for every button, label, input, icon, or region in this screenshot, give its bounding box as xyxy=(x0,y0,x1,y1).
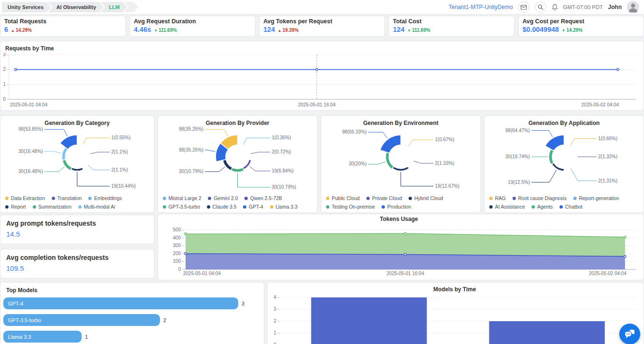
legend-item-public-cloud[interactable]: Public Cloud xyxy=(326,195,360,202)
trend-up-icon: ▲ xyxy=(11,29,15,33)
tokens-usage-card: Tokens Usage01002003004005002025-05-01 0… xyxy=(158,214,644,280)
legend-dot xyxy=(270,205,273,209)
svg-text:0: 0 xyxy=(178,267,181,272)
legend-item-summarization[interactable]: Summarization xyxy=(33,203,72,210)
legend-item-hybrid-cloud[interactable]: Hybrid Cloud xyxy=(409,195,443,202)
donut-legend: Public CloudPrivate CloudHybrid CloudTes… xyxy=(321,194,480,210)
top-model-bar[interactable]: GPT-3.5-turbo xyxy=(3,314,160,326)
donut-segment-label: 2(1.1%) xyxy=(112,167,128,172)
legend-item-report[interactable]: Report xyxy=(5,203,26,210)
top-nav: Unity ServicesAI ObservabilityLLM Tenant… xyxy=(0,0,644,15)
svg-text:2025-05-02 04:04: 2025-05-02 04:04 xyxy=(589,271,626,276)
user-name: John xyxy=(608,4,622,10)
chat-fab-button[interactable] xyxy=(619,324,640,344)
donut-segment-label: 30(10.79%) xyxy=(179,169,204,174)
search-icon[interactable] xyxy=(535,1,546,13)
legend-item-multi-modal-ai[interactable]: Multi-modal Ai xyxy=(78,203,115,210)
donut-legend: Mistral Large 2Gemini 2.0Qwen 2.5-72BGPT… xyxy=(158,194,317,210)
legend-item-gemini-2-0[interactable]: Gemini 2.0 xyxy=(208,195,238,202)
legend-item-embeddings[interactable]: Embeddings xyxy=(88,195,121,202)
legend-item-claude-3-5[interactable]: Claude 3.5 xyxy=(207,203,237,210)
requests-data-point[interactable] xyxy=(316,68,318,71)
svg-text:400: 400 xyxy=(173,235,181,240)
donut-segment-label: 30(10.79%) xyxy=(272,184,297,190)
top-model-bar[interactable]: Llama 3.3 xyxy=(3,331,82,343)
legend-item-mistral-large-2[interactable]: Mistral Large 2 xyxy=(163,195,201,202)
legend-item-ai-assistance[interactable]: AI Assistance xyxy=(489,203,525,210)
kpi-delta-value: 111.69% xyxy=(159,28,177,33)
legend-item-conversational-ai[interactable]: Conversational AI xyxy=(5,212,50,213)
donut-segment-label: 30(20%) xyxy=(349,161,367,166)
completion-tokens-area[interactable] xyxy=(186,233,625,256)
trend-down-icon: ▼ xyxy=(407,29,411,33)
breadcrumb-item-unity-services[interactable]: Unity Services xyxy=(2,2,51,12)
generation-donuts-row: Generation By Category1(0.55%)2(1.1%)2(1… xyxy=(0,115,644,213)
legend-item-testing-on-premise[interactable]: Testing On-premise xyxy=(326,203,375,210)
legend-item-llama-3-3[interactable]: Llama 3.3 xyxy=(270,203,298,210)
legend-label: Translation xyxy=(57,195,82,202)
kpi-title: Total Requests xyxy=(4,18,121,25)
legend-item-chatbot[interactable]: Chatbot xyxy=(560,203,583,210)
legend-item-data-extraction[interactable]: Data Extraction xyxy=(5,195,45,202)
bell-icon[interactable] xyxy=(551,4,558,11)
requests-data-point[interactable] xyxy=(15,68,17,71)
requests-by-time-title: Requests by Time xyxy=(0,41,644,53)
models-by-time-chart[interactable]: Models by Time43210 xyxy=(268,283,642,344)
donut-chart-generation-by-category[interactable]: 1(0.55%)2(1.1%)2(1.1%)19(10.44%)30(16.48… xyxy=(0,127,154,194)
donut-card-generation-by-provider: Generation By Provider1(0.36%)2(0.72%)19… xyxy=(158,115,317,213)
prompt-tokens-point[interactable] xyxy=(185,253,187,255)
avatar[interactable] xyxy=(627,1,639,13)
avg-completion-tokens-card: Avg completion tokens/requests 109.5 xyxy=(0,249,154,278)
avg-prompt-tokens-card: Avg prompt tokens/requests 14.5 xyxy=(0,215,154,244)
legend-item-agents[interactable]: Agents xyxy=(532,203,553,210)
trend-down-icon: ▼ xyxy=(562,29,566,33)
svg-text:0: 0 xyxy=(3,96,6,102)
legend-dot xyxy=(573,197,577,200)
mail-icon[interactable] xyxy=(518,1,530,13)
donut-chart-generation-by-application[interactable]: 1(0.66%)2(1.32%)2(1.31%)19(12.5%)30(19.7… xyxy=(485,127,644,194)
svg-text:2025-05-01 16:04: 2025-05-01 16:04 xyxy=(387,271,424,276)
kpi-title: Total Cost xyxy=(393,18,509,25)
models-by-time-bar[interactable] xyxy=(489,321,605,344)
top-model-bar-label: GPT-4 xyxy=(3,301,23,306)
svg-text:1: 1 xyxy=(3,82,6,87)
tenant-link[interactable]: Tenant1-MTP-UnityDemo xyxy=(448,4,513,10)
legend-label: Hybrid Cloud xyxy=(414,195,443,202)
top-model-bar[interactable]: GPT-4 xyxy=(3,297,238,309)
trend-up-icon: ▲ xyxy=(278,29,281,33)
donut-chart-generation-by-provider[interactable]: 1(0.36%)2(0.72%)19(6.84%)30(10.79%)30(10… xyxy=(158,127,317,194)
legend-item-rag[interactable]: RAG xyxy=(489,195,506,202)
legend-dot xyxy=(489,205,493,209)
requests-data-point[interactable] xyxy=(617,68,619,71)
legend-label: AI Assistance xyxy=(495,203,525,210)
legend-dot xyxy=(243,205,246,209)
legend-label: Root cause Diagnosis xyxy=(518,195,567,202)
svg-text:4: 4 xyxy=(273,295,276,300)
requests-by-time-chart[interactable]: 01232025-05-01 04:042025-05-01 16:042025… xyxy=(0,53,639,109)
donut-chart-generation-by-environment[interactable]: 1(0.67%)2(1.33%)19(12.67%)30(20%)98(65.3… xyxy=(321,127,480,194)
completion-tokens-point[interactable] xyxy=(624,236,626,239)
legend-label: GPT-4 xyxy=(249,203,263,210)
top-model-bar-label: GPT-3.5-turbo xyxy=(3,317,41,323)
tokens-usage-chart[interactable]: Tokens Usage01002003004005002025-05-01 0… xyxy=(158,214,640,277)
prompt-tokens-point[interactable] xyxy=(404,253,407,256)
legend-item-qwen-2-5-72b[interactable]: Qwen 2.5-72B xyxy=(244,195,282,202)
legend-item-report-generation[interactable]: Report-generation xyxy=(573,195,619,202)
legend-item-private-cloud[interactable]: Private Cloud xyxy=(366,195,402,202)
models-by-time-bar[interactable] xyxy=(311,297,427,344)
completion-tokens-point[interactable] xyxy=(185,233,187,235)
legend-item-production[interactable]: Production xyxy=(382,203,411,210)
donut-segment-label: 98(35.25%) xyxy=(179,126,204,132)
kpi-title: Avg Cost per Request xyxy=(523,18,639,25)
legend-item-gpt-3-5-turbo[interactable]: GPT-3.5-turbo xyxy=(163,203,200,210)
legend-item-root-cause-diagnosis[interactable]: Root cause Diagnosis xyxy=(513,195,567,202)
legend-dot xyxy=(163,197,166,200)
breadcrumb-item-llm[interactable]: LLM xyxy=(101,2,128,12)
top-model-row-gpt-3-5-turbo: GPT-3.5-turbo2 xyxy=(3,314,260,326)
completion-tokens-point[interactable] xyxy=(404,232,407,235)
legend-item-gpt-4[interactable]: GPT-4 xyxy=(243,203,263,210)
kpi-value-line: 124▼111.69% xyxy=(393,26,509,33)
breadcrumb-item-ai-observability[interactable]: AI Observability xyxy=(48,2,104,12)
legend-item-translation[interactable]: Translation xyxy=(52,195,82,202)
prompt-tokens-point[interactable] xyxy=(624,255,626,258)
